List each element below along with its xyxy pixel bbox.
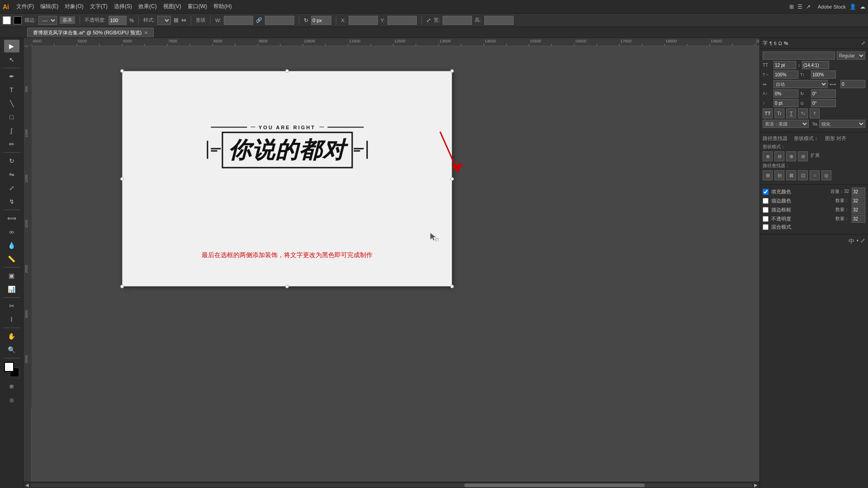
- tr-btn[interactable]: Tr: [774, 108, 784, 118]
- doc-tab-1[interactable]: 赛博朋克风字体合集.ai* @ 50% (RGB/GPU 预览) ✕: [27, 28, 154, 38]
- rect-tool[interactable]: □: [4, 111, 19, 123]
- panel-expand-btn[interactable]: ⤢: [860, 237, 865, 245]
- font-size-input[interactable]: [774, 61, 796, 69]
- tracking-dropdown[interactable]: 自动: [774, 80, 828, 88]
- reflect-tool[interactable]: ⇋: [4, 168, 19, 181]
- handle-tc[interactable]: [285, 69, 289, 73]
- divide-btn[interactable]: ⊞: [763, 170, 773, 180]
- link-icon[interactable]: 🔗: [256, 17, 262, 23]
- shift-input[interactable]: [774, 99, 798, 107]
- scale-icon[interactable]: ⤢: [426, 17, 431, 23]
- menu-help[interactable]: 帮助(H): [211, 2, 235, 11]
- line-tool[interactable]: ╲: [4, 97, 19, 110]
- align-icon[interactable]: ⊞: [174, 17, 179, 23]
- h2-input[interactable]: 1248 px: [484, 16, 514, 25]
- panel-icon-opentype[interactable]: fi: [774, 41, 777, 46]
- menu-select[interactable]: 选择(S): [111, 2, 135, 11]
- unite-btn[interactable]: ⊕: [763, 151, 773, 161]
- handle-ml[interactable]: [120, 177, 124, 181]
- graph-tool[interactable]: 📊: [4, 283, 19, 296]
- t-sub-btn[interactable]: Tx: [798, 108, 808, 118]
- gradient-tool[interactable]: ▣: [4, 269, 19, 282]
- t-btn[interactable]: T: [786, 108, 796, 118]
- scale-h-input[interactable]: [774, 70, 798, 79]
- fill-color-swatch[interactable]: [4, 362, 14, 372]
- blend-tool[interactable]: ∞: [4, 225, 19, 238]
- handle-br[interactable]: [450, 285, 454, 288]
- crop-btn[interactable]: ⊡: [798, 170, 808, 180]
- t-all-caps-btn[interactable]: T: [810, 108, 820, 118]
- cloud-icon[interactable]: ☁: [860, 4, 865, 10]
- panel-icon-tabs[interactable]: ↹: [784, 40, 788, 46]
- h-scrollbar[interactable]: ◀ ▶: [24, 482, 760, 488]
- fill-swatch[interactable]: [3, 16, 11, 24]
- scale-tool[interactable]: ⤢: [4, 182, 19, 194]
- fill-capacity-input[interactable]: [852, 188, 865, 196]
- menu-type[interactable]: 文字(T): [87, 2, 110, 11]
- handle-bc[interactable]: [285, 285, 289, 288]
- screen-mode[interactable]: ⊞: [4, 380, 19, 393]
- language-dropdown[interactable]: 英语：美国: [763, 120, 809, 128]
- select-tool[interactable]: ▶: [4, 40, 19, 52]
- panel-icon-char[interactable]: 字: [763, 40, 768, 47]
- share-icon[interactable]: ↗: [806, 4, 811, 10]
- intersect-btn[interactable]: ⊗: [786, 151, 796, 161]
- blend-checkbox[interactable]: [763, 224, 769, 230]
- color-swatches[interactable]: [4, 362, 19, 377]
- arrange-icon[interactable]: ⊞: [789, 4, 794, 10]
- hand-tool[interactable]: ✋: [4, 330, 19, 343]
- transform-icon[interactable]: ⇔: [181, 17, 186, 23]
- stroke-frame-input[interactable]: [852, 206, 865, 214]
- opacity-input[interactable]: [108, 16, 127, 25]
- x-input[interactable]: 6053 px: [349, 16, 378, 25]
- workspace-icon[interactable]: ☰: [797, 4, 802, 10]
- baseline-input[interactable]: [774, 89, 798, 98]
- handle-tl[interactable]: [120, 69, 124, 73]
- rotate-input[interactable]: [311, 16, 331, 25]
- outline-btn[interactable]: ○: [810, 170, 820, 180]
- rotate-icon-opts[interactable]: ↻: [304, 17, 308, 23]
- menu-object[interactable]: 对象(O): [62, 2, 86, 11]
- warp-tool[interactable]: ↯: [4, 195, 19, 208]
- menu-file[interactable]: 文件(F): [14, 2, 37, 11]
- merge-btn[interactable]: ⊠: [786, 170, 796, 180]
- direct-select-tool[interactable]: ↖: [4, 53, 19, 66]
- handle-bl[interactable]: [120, 285, 124, 288]
- stroke-color-checkbox[interactable]: [763, 198, 769, 204]
- panel-expand[interactable]: ⤢: [861, 40, 865, 46]
- panel-chs-btn[interactable]: 中: [849, 237, 854, 245]
- menu-view[interactable]: 视图(V): [160, 2, 184, 11]
- stroke-swatch[interactable]: [14, 16, 22, 24]
- y-input[interactable]: -2073 px: [387, 16, 417, 25]
- rotate-input-panel[interactable]: [811, 89, 836, 98]
- trim-btn[interactable]: ⊟: [774, 170, 784, 180]
- scale-v-input[interactable]: [811, 70, 836, 79]
- tt-bold-btn[interactable]: TT: [763, 108, 773, 118]
- font-name-input[interactable]: 优设标题黑 Regular: [763, 52, 835, 60]
- menu-edit[interactable]: 编辑(E): [38, 2, 61, 11]
- w-input[interactable]: 1904 px: [224, 16, 253, 25]
- expand-btn[interactable]: 扩展: [810, 151, 821, 161]
- width-tool[interactable]: ⟺: [4, 212, 19, 225]
- user-icon[interactable]: 👤: [849, 4, 856, 10]
- leading-input[interactable]: [802, 61, 829, 69]
- knife-tool[interactable]: ⌇: [4, 313, 19, 326]
- menu-window[interactable]: 窗口(W): [185, 2, 210, 11]
- rotate2-input[interactable]: [811, 99, 836, 107]
- antialias-dropdown[interactable]: 锐化: [819, 120, 865, 128]
- minus-front-btn[interactable]: ⊖: [774, 151, 784, 161]
- minus-back-btn[interactable]: ◎: [821, 170, 831, 180]
- exclude-btn[interactable]: ⊘: [798, 151, 808, 161]
- pen-tool[interactable]: ✒: [4, 70, 19, 83]
- scissors-tool[interactable]: ✂: [4, 300, 19, 312]
- panel-icon-glyphs[interactable]: Ω: [778, 41, 782, 46]
- pencil-tool[interactable]: ✏: [4, 138, 19, 150]
- tab-close-icon[interactable]: ✕: [144, 30, 148, 35]
- scroll-right-btn[interactable]: ▶: [754, 483, 758, 488]
- paintbrush-tool[interactable]: ∫: [4, 124, 19, 137]
- h-scrollbar-thumb[interactable]: [464, 483, 645, 487]
- rotate-tool[interactable]: ↻: [4, 155, 19, 167]
- panel-icon-para[interactable]: ¶: [769, 41, 772, 46]
- eyedropper-tool[interactable]: 💧: [4, 239, 19, 252]
- w2-input[interactable]: 1904 px: [443, 16, 472, 25]
